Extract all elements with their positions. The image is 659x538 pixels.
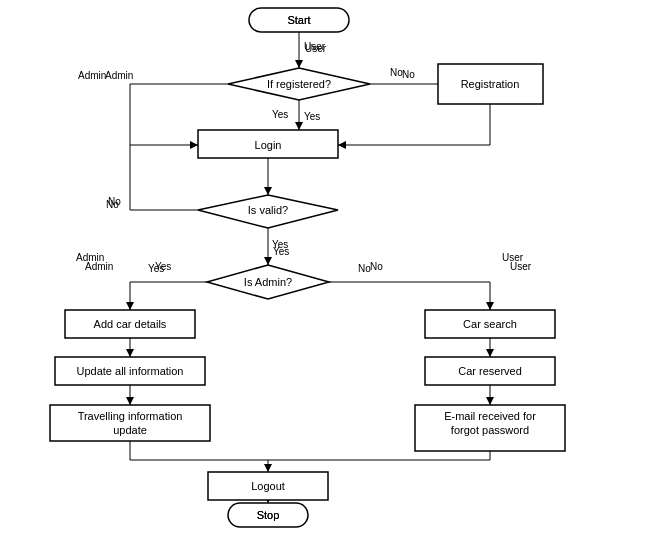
svg-marker-6 <box>338 141 346 149</box>
label-admin-1: Admin <box>105 70 133 81</box>
label-no-admin: No <box>370 261 383 272</box>
svg-marker-26 <box>126 349 134 357</box>
svg-text:Yes: Yes <box>148 263 164 274</box>
label-yes-1: Yes <box>304 111 320 122</box>
svg-text:Start: Start <box>287 14 310 26</box>
svg-marker-31 <box>486 349 494 357</box>
svg-marker-21 <box>126 302 134 310</box>
svg-text:Update all information: Update all information <box>76 365 183 377</box>
svg-marker-33 <box>486 397 494 405</box>
svg-text:update: update <box>113 424 147 436</box>
svg-text:Registration: Registration <box>461 78 520 90</box>
svg-text:User: User <box>502 252 524 263</box>
svg-text:No: No <box>106 199 119 210</box>
svg-text:No: No <box>358 263 371 274</box>
svg-text:Admin: Admin <box>78 70 106 81</box>
svg-text:User: User <box>304 41 326 52</box>
svg-text:Add car details: Add car details <box>94 318 167 330</box>
svg-marker-12 <box>190 141 198 149</box>
svg-text:Car reserved: Car reserved <box>458 365 522 377</box>
svg-text:Is valid?: Is valid? <box>248 204 288 216</box>
svg-text:Stop: Stop <box>257 509 280 521</box>
svg-text:Travelling information: Travelling information <box>78 410 183 422</box>
svg-text:If registered?: If registered? <box>267 78 331 90</box>
svg-text:forgot password: forgot password <box>451 424 529 436</box>
svg-marker-28 <box>126 397 134 405</box>
label-no-1: No <box>402 69 415 80</box>
svg-text:E-mail received for: E-mail received for <box>444 410 536 422</box>
svg-marker-18 <box>264 257 272 265</box>
svg-text:Admin: Admin <box>76 252 104 263</box>
svg-text:Login: Login <box>255 139 282 151</box>
svg-text:Is Admin?: Is Admin? <box>244 276 292 288</box>
svg-text:Yes: Yes <box>272 109 288 120</box>
svg-marker-14 <box>264 187 272 195</box>
svg-text:Yes: Yes <box>272 239 288 250</box>
svg-marker-1 <box>295 60 303 68</box>
svg-marker-24 <box>486 302 494 310</box>
svg-text:No: No <box>390 67 403 78</box>
svg-marker-38 <box>264 464 272 472</box>
svg-text:Car search: Car search <box>463 318 517 330</box>
svg-text:Logout: Logout <box>251 480 285 492</box>
svg-marker-8 <box>295 122 303 130</box>
